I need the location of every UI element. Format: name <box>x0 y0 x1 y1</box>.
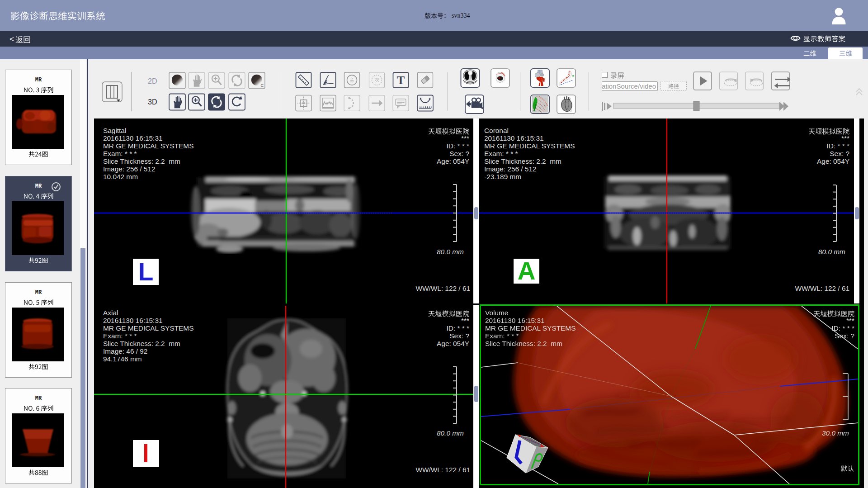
svg-text:C: C <box>260 83 264 88</box>
svg-text:T: T <box>397 74 405 87</box>
svg-text:D: D <box>569 108 572 113</box>
